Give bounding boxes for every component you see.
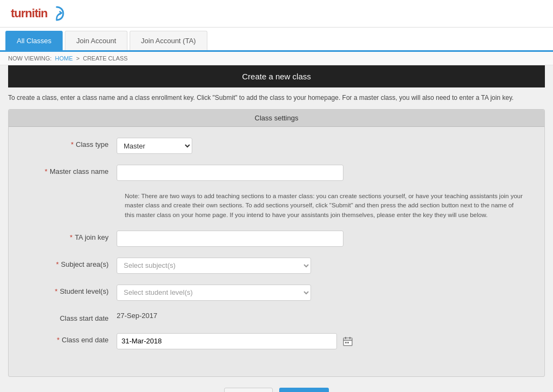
student-levels-select[interactable]: Select student level(s) bbox=[117, 285, 311, 301]
breadcrumb-current: CREATE CLASS bbox=[83, 55, 127, 62]
ta-join-key-control bbox=[117, 231, 354, 247]
tabs: All Classes Join Account Join Account (T… bbox=[0, 28, 553, 52]
student-levels-row: *Student level(s) Select student level(s… bbox=[30, 285, 523, 301]
subject-areas-select[interactable]: Select subject(s) bbox=[117, 258, 311, 274]
master-class-name-row: *Master class name bbox=[30, 165, 523, 181]
class-type-row: *Class type Master Standard bbox=[30, 138, 523, 154]
subject-areas-row: *Subject area(s) Select subject(s) bbox=[30, 258, 523, 274]
class-start-date-row: Class start date 27-Sep-2017 bbox=[30, 312, 523, 322]
form-card-header: Class settings bbox=[9, 110, 544, 127]
breadcrumb-separator: > bbox=[76, 55, 79, 62]
note-text: Note: There are two ways to add teaching… bbox=[125, 192, 523, 220]
class-type-label: *Class type bbox=[30, 138, 117, 148]
header: turnitin bbox=[0, 0, 553, 28]
logo-text: turnitin bbox=[11, 6, 48, 21]
ta-join-key-required: * bbox=[70, 233, 72, 241]
cancel-button[interactable]: Cancel bbox=[224, 388, 273, 392]
breadcrumb: NOW VIEWING: HOME > CREATE CLASS bbox=[0, 52, 553, 65]
intro-text: To create a class, enter a class name an… bbox=[8, 93, 545, 103]
form-card-title: Class settings bbox=[255, 114, 299, 122]
class-start-date-label: Class start date bbox=[30, 312, 117, 322]
class-type-select[interactable]: Master Standard bbox=[117, 138, 192, 154]
button-row: Cancel Submit bbox=[8, 388, 545, 392]
master-class-name-control bbox=[117, 165, 354, 181]
breadcrumb-home[interactable]: HOME bbox=[55, 55, 73, 62]
form-card: Class settings *Class type Master Standa… bbox=[8, 109, 545, 377]
ta-join-key-row: *TA join key bbox=[30, 231, 523, 247]
class-start-date-control: 27-Sep-2017 bbox=[117, 312, 354, 320]
ta-join-key-input[interactable] bbox=[117, 231, 343, 247]
student-levels-label: *Student level(s) bbox=[30, 285, 117, 295]
student-levels-control: Select student level(s) bbox=[117, 285, 354, 301]
tab-join-account[interactable]: Join Account bbox=[65, 31, 127, 50]
class-end-date-label: *Class end date bbox=[30, 333, 117, 344]
page-title-bar: Create a new class bbox=[8, 65, 545, 87]
svg-rect-4 bbox=[345, 342, 347, 343]
logo-icon bbox=[49, 5, 65, 22]
date-input-wrap bbox=[117, 333, 354, 349]
breadcrumb-prefix: NOW VIEWING: bbox=[8, 55, 52, 62]
subject-areas-control: Select subject(s) bbox=[117, 258, 354, 274]
svg-rect-5 bbox=[347, 342, 349, 343]
student-levels-required: * bbox=[55, 287, 58, 295]
class-type-control: Master Standard bbox=[117, 138, 354, 154]
ta-join-key-label: *TA join key bbox=[30, 231, 117, 241]
class-end-date-required: * bbox=[57, 336, 59, 344]
submit-button[interactable]: Submit bbox=[279, 388, 329, 392]
logo-area: turnitin bbox=[11, 5, 65, 22]
master-class-name-input[interactable] bbox=[117, 165, 343, 181]
page-title: Create a new class bbox=[242, 72, 311, 81]
form-body: *Class type Master Standard *Master clas… bbox=[9, 127, 544, 376]
class-type-required: * bbox=[71, 140, 73, 148]
main-content: Create a new class To create a class, en… bbox=[0, 65, 553, 392]
tab-join-account-ta[interactable]: Join Account (TA) bbox=[130, 31, 207, 50]
class-end-date-control bbox=[117, 333, 354, 349]
note-row: Note: There are two ways to add teaching… bbox=[30, 192, 523, 220]
master-class-name-label: *Master class name bbox=[30, 165, 117, 175]
subject-areas-required: * bbox=[56, 260, 59, 268]
tab-all-classes[interactable]: All Classes bbox=[5, 31, 63, 50]
master-class-name-required: * bbox=[45, 167, 48, 175]
calendar-icon[interactable] bbox=[341, 334, 354, 348]
class-end-date-input[interactable] bbox=[117, 333, 337, 349]
subject-areas-label: *Subject area(s) bbox=[30, 258, 117, 268]
class-start-date-value: 27-Sep-2017 bbox=[117, 309, 157, 320]
class-end-date-row: *Class end date bbox=[30, 333, 523, 349]
